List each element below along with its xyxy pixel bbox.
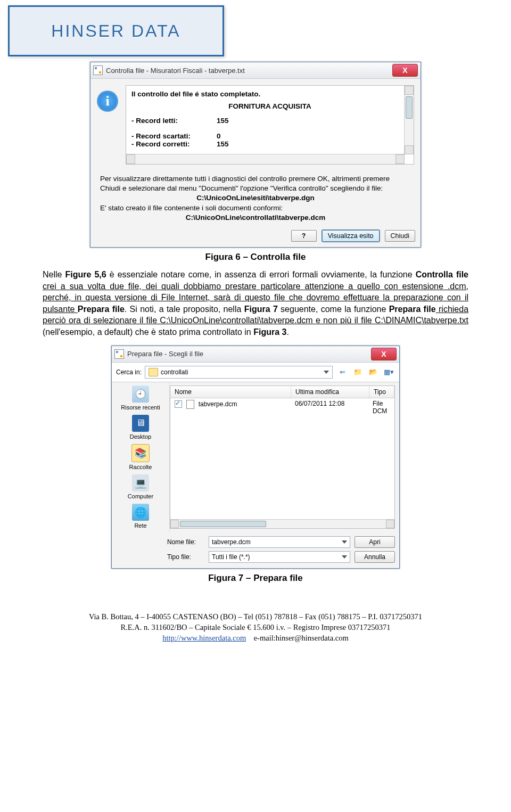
filename-input[interactable]: tabverpe.dcm (209, 536, 350, 548)
horizontal-scrollbar[interactable] (126, 154, 405, 164)
back-icon[interactable]: ⇐ (336, 366, 349, 379)
dialog1-path2: C:\UnicoOnLine\controllati\tabverpe.dcm (100, 213, 411, 223)
toolbar-icons: ⇐ 📁 📂 ▦▾ (336, 366, 395, 379)
filetype-combo[interactable]: Tutti i file (*.*) (209, 551, 350, 563)
close-button[interactable]: X (392, 64, 418, 77)
page-footer: Via B. Bottau, 4 – I-40055 CASTENASO (BO… (0, 611, 511, 644)
lookin-value: controllati (161, 368, 188, 376)
col-date[interactable]: Ultima modifica (291, 386, 369, 398)
document-icon (186, 400, 194, 409)
filename-value: tabverpe.dcm (212, 538, 251, 546)
records-corretti-label: - Record corretti: (131, 140, 217, 148)
controlla-file-dialog: Controlla file - Misuratori Fiscali - ta… (90, 62, 421, 248)
files-header: Nome Ultima modifica Tipo (170, 386, 394, 398)
file-type: File DCM (368, 400, 394, 415)
chevron-down-icon (342, 540, 347, 544)
close-button[interactable]: X (371, 348, 397, 360)
file-row[interactable]: tabverpe.dcm 06/07/2011 12:08 File DCM (170, 398, 394, 416)
chiudi-button[interactable]: Chiudi (385, 230, 415, 242)
place-recent[interactable]: 🕘 Risorse recenti (114, 386, 167, 411)
filetype-label: Tipo file: (167, 553, 204, 561)
figure7-caption: Figura 7 – Prepara file (43, 573, 468, 584)
vertical-scrollbar[interactable] (404, 86, 414, 154)
footer-link[interactable]: http://www.hinserdata.com (162, 634, 246, 642)
view-menu-icon[interactable]: ▦▾ (382, 366, 395, 379)
network-icon: 🌐 (132, 504, 149, 521)
footer-email: e-mail:hinser@hinserdata.com (254, 634, 349, 642)
new-folder-icon[interactable]: 📂 (367, 366, 380, 379)
dialog1-body-text2: E' stato creato il file contenente i sol… (100, 204, 283, 212)
lookin-label: Cerca in: (116, 368, 142, 376)
figure6-caption: Figura 6 – Controlla file (43, 252, 468, 263)
chevron-down-icon (324, 371, 329, 374)
help-button[interactable]: ? (291, 230, 317, 242)
file-name: tabverpe.dcm (199, 400, 237, 407)
files-list: Nome Ultima modifica Tipo tabverpe.dcm 0… (170, 386, 395, 529)
place-desktop[interactable]: 🖥 Desktop (114, 415, 167, 440)
desktop-icon: 🖥 (132, 415, 149, 432)
files-horizontal-scrollbar[interactable] (170, 519, 394, 528)
dialog2-titlebar: Prepara file - Scegli il file X (112, 346, 399, 363)
msg-line2: FORNITURA ACQUISITA (131, 102, 408, 110)
places-bar: 🕘 Risorse recenti 🖥 Desktop 📚 Raccolte 💻… (112, 382, 170, 532)
records-scartati-label: - Record scartati: (131, 132, 217, 140)
visualizza-esito-button[interactable]: Visualizza esito (322, 230, 380, 242)
dialog1-titlebar: Controlla file - Misuratori Fiscali - ta… (90, 62, 421, 79)
records-letti-value: 155 (217, 117, 229, 125)
annulla-button[interactable]: Annulla (355, 551, 395, 563)
records-letti-label: - Record letti: (131, 117, 217, 125)
company-logo: HINSER DATA (8, 5, 224, 56)
info-icon: i (97, 91, 118, 112)
place-network[interactable]: 🌐 Rete (114, 504, 167, 529)
dialog1-body-text1: Per visualizzare direttamente tutti i di… (100, 175, 390, 192)
up-folder-icon[interactable]: 📁 (351, 366, 364, 379)
col-name[interactable]: Nome (170, 386, 291, 398)
computer-icon: 💻 (132, 474, 149, 491)
recent-icon: 🕘 (132, 386, 149, 403)
prepara-file-dialog: Prepara file - Scegli il file X Cerca in… (111, 346, 400, 569)
folder-icon (149, 368, 158, 376)
apri-button[interactable]: Apri (355, 536, 395, 548)
footer-line1: Via B. Bottau, 4 – I-40055 CASTENASO (BO… (0, 611, 511, 622)
libraries-icon: 📚 (131, 444, 150, 462)
records-corretti-value: 155 (217, 140, 229, 148)
app-icon (114, 349, 124, 359)
dialog2-title: Prepara file - Scegli il file (127, 350, 371, 358)
body-paragraph: Nelle Figure 5,6 è essenziale notare com… (43, 269, 468, 338)
chevron-down-icon (342, 555, 347, 559)
col-type[interactable]: Tipo (369, 386, 394, 398)
footer-line2: R.E.A. n. 311602/BO – Capitale Sociale €… (0, 622, 511, 633)
file-checkbox[interactable] (175, 400, 182, 408)
dialog1-title: Controlla file - Misuratori Fiscali - ta… (106, 67, 392, 75)
app-icon (93, 65, 103, 75)
message-box: Il controllo del file é stato completato… (126, 85, 414, 165)
file-date: 06/07/2011 12:08 (291, 400, 368, 415)
filename-label: Nome file: (167, 538, 204, 546)
msg-line1: Il controllo del file é stato completato… (131, 90, 408, 98)
records-scartati-value: 0 (217, 132, 221, 140)
filetype-value: Tutti i file (*.*) (212, 553, 250, 561)
place-computer[interactable]: 💻 Computer (114, 474, 167, 499)
lookin-combo[interactable]: controllati (145, 366, 333, 379)
place-libraries[interactable]: 📚 Raccolte (114, 444, 167, 470)
dialog1-path1: C:\UnicoOnLine\esiti\tabverpe.dgn (100, 193, 411, 203)
